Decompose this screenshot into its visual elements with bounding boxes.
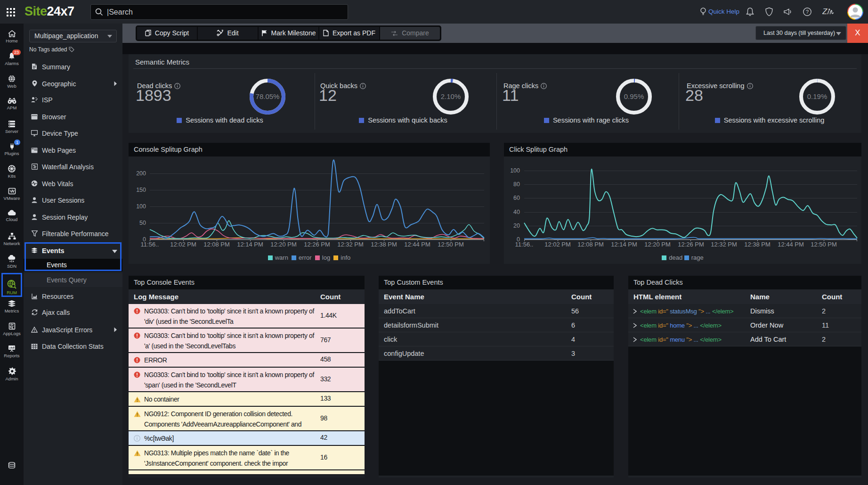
svg-text:Z: Z [822, 7, 827, 16]
svg-text:0.19%: 0.19% [807, 92, 827, 100]
svg-text:0.95%: 0.95% [624, 92, 644, 100]
svg-text:78.05%: 78.05% [256, 92, 280, 100]
svg-text:2.10%: 2.10% [441, 92, 461, 100]
svg-text:?: ? [806, 9, 809, 15]
